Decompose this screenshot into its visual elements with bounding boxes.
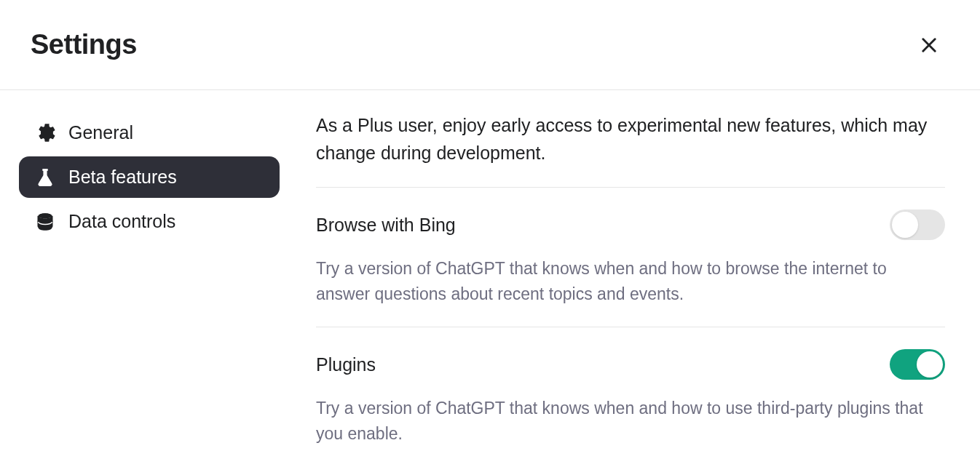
close-icon <box>919 35 939 55</box>
toggle-plugins[interactable] <box>890 349 945 380</box>
toggle-knob <box>892 212 918 238</box>
settings-header: Settings <box>0 0 980 90</box>
section-description: Try a version of ChatGPT that knows when… <box>316 396 945 446</box>
flask-icon <box>35 167 55 188</box>
section-description: Try a version of ChatGPT that knows when… <box>316 256 945 306</box>
page-title: Settings <box>31 29 137 60</box>
sidebar: General Beta features <box>0 112 299 466</box>
database-icon <box>35 212 55 232</box>
section-header: Plugins <box>316 349 945 380</box>
sidebar-item-label: Data controls <box>68 211 175 232</box>
close-button[interactable] <box>914 31 944 60</box>
section-title: Plugins <box>316 354 376 375</box>
content-panel: As a Plus user, enjoy early access to ex… <box>299 112 980 466</box>
section-browse-with-bing: Browse with Bing Try a version of ChatGP… <box>316 188 945 327</box>
sidebar-item-data-controls[interactable]: Data controls <box>19 201 280 242</box>
sidebar-item-general[interactable]: General <box>19 112 280 153</box>
gear-icon <box>35 123 55 143</box>
toggle-knob <box>917 351 943 378</box>
section-title: Browse with Bing <box>316 215 456 236</box>
sidebar-item-label: General <box>68 122 133 143</box>
section-header: Browse with Bing <box>316 209 945 240</box>
sidebar-item-label: Beta features <box>68 167 177 188</box>
svg-point-1 <box>39 213 52 218</box>
section-plugins: Plugins Try a version of ChatGPT that kn… <box>316 327 945 466</box>
sidebar-item-beta-features[interactable]: Beta features <box>19 156 280 198</box>
settings-body: General Beta features <box>0 90 980 466</box>
toggle-browse-with-bing[interactable] <box>890 209 945 240</box>
intro-text: As a Plus user, enjoy early access to ex… <box>316 112 945 188</box>
